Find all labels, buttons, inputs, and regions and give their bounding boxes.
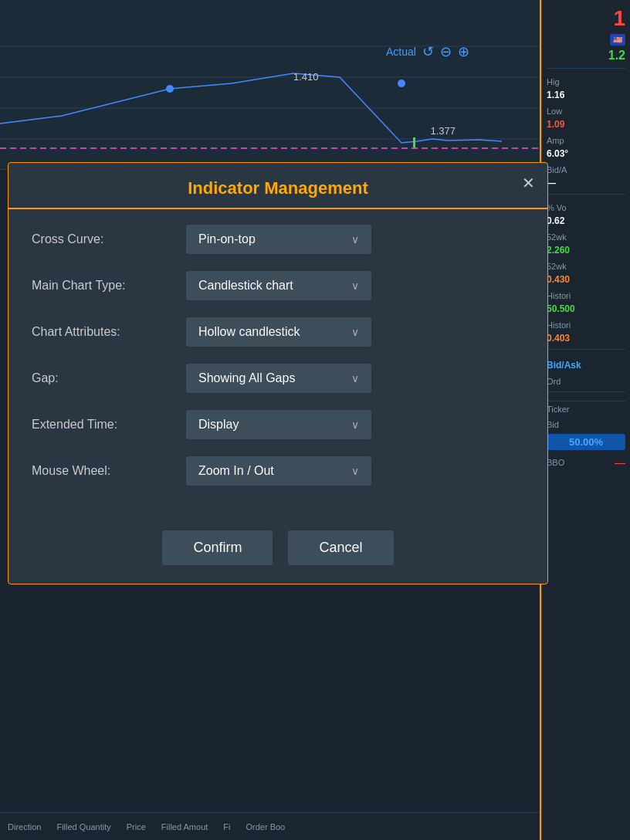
mouse-wheel-value: Zoom In / Out	[198, 464, 342, 478]
mouse-wheel-arrow: ∨	[351, 465, 359, 477]
chart-attributes-row: Chart Attributes: Hollow candlestick ∨	[32, 317, 524, 347]
confirm-button[interactable]: Confirm	[162, 530, 273, 565]
main-chart-type-select[interactable]: Candlestick chart ∨	[186, 271, 371, 300]
extended-time-value: Display	[198, 418, 342, 432]
main-chart-type-value: Candlestick chart	[198, 279, 342, 293]
gap-select[interactable]: Showing All Gaps ∨	[186, 364, 371, 393]
histori1-label: Histori	[547, 291, 625, 300]
bottom-bar-filled-amt: Filled Amout	[161, 822, 208, 832]
bbo-label: BBO	[547, 458, 564, 467]
mouse-wheel-label: Mouse Wheel:	[32, 464, 186, 478]
main-chart-type-row: Main Chart Type: Candlestick chart ∨	[32, 271, 524, 300]
bottom-bar-filled-qty: Filled Quantity	[56, 822, 110, 832]
cross-curve-row: Cross Curve: Pin-on-top ∨	[32, 225, 524, 254]
modal-footer: Confirm Cancel	[8, 518, 547, 584]
bid-ask-label: Bid/A	[547, 165, 625, 174]
divider-1	[547, 68, 625, 69]
bbo-row: BBO —	[547, 456, 625, 469]
right-sidebar: 1 🇺🇸 1.2 Hig 1.16 Low 1.09 Amp 6.03° Bid…	[541, 0, 630, 840]
modal-close-button[interactable]: ✕	[522, 175, 535, 191]
gap-label: Gap:	[32, 371, 186, 385]
divider-3	[547, 349, 625, 350]
gap-row: Gap: Showing All Gaps ∨	[32, 364, 524, 393]
wk52b-label: 52wk	[547, 262, 625, 271]
pct-vol-label: % Vo	[547, 203, 625, 212]
mouse-wheel-select[interactable]: Zoom In / Out ∨	[186, 456, 371, 486]
main-chart-type-label: Main Chart Type:	[32, 279, 186, 293]
extended-time-row: Extended Time: Display ∨	[32, 410, 524, 439]
wk52a-label: 52wk	[547, 232, 625, 242]
hig-label: Hig	[547, 77, 625, 86]
gap-arrow: ∨	[351, 372, 359, 384]
top-actual-row: Actual ↺ ⊖ ⊕	[386, 43, 469, 60]
bottom-bar: Direction Filled Quantity Price Filled A…	[0, 812, 540, 840]
cross-curve-value: Pin-on-top	[198, 232, 342, 246]
low-label: Low	[547, 107, 625, 116]
pct-vol-value: 0.62	[547, 215, 625, 226]
reset-icon[interactable]: ↺	[422, 43, 434, 60]
gap-value: Showing All Gaps	[198, 371, 342, 385]
bid-label: Bid	[547, 420, 625, 429]
divider-2	[547, 194, 625, 195]
histori2-value: 0.403	[547, 333, 625, 344]
ord-label: Ord	[547, 377, 625, 386]
dash-value: —	[547, 178, 625, 188]
cross-curve-arrow: ∨	[351, 233, 359, 246]
extended-time-arrow: ∨	[351, 418, 359, 431]
sidebar-price-top: 1	[547, 6, 625, 31]
svg-point-5	[398, 80, 405, 87]
hig-value: 1.16	[547, 90, 625, 100]
sidebar-price-sub: 1.2	[547, 49, 625, 63]
bottom-bar-price: Price	[127, 822, 146, 832]
cross-curve-select[interactable]: Pin-on-top ∨	[186, 225, 371, 254]
sidebar-flag: 🇺🇸	[610, 34, 625, 46]
minus-icon[interactable]: ⊖	[440, 43, 452, 60]
histori1-value: 50.500	[547, 303, 625, 314]
cancel-button[interactable]: Cancel	[288, 530, 393, 565]
extended-time-label: Extended Time:	[32, 418, 186, 432]
bid-ask2-label: Bid/Ask	[547, 360, 625, 371]
bottom-bar-fi: Fi	[223, 822, 230, 832]
low-value: 1.09	[547, 119, 625, 130]
plus-icon[interactable]: ⊕	[458, 43, 469, 60]
chart-attributes-value: Hollow candlestick	[198, 325, 342, 339]
chart-attributes-label: Chart Attributes:	[32, 325, 186, 339]
bottom-bar-direction: Direction	[8, 822, 41, 832]
actual-label: Actual	[386, 46, 416, 58]
indicator-management-modal: Indicator Management ✕ Cross Curve: Pin-…	[8, 162, 548, 584]
chart-attributes-select[interactable]: Hollow candlestick ∨	[186, 317, 371, 347]
modal-header: Indicator Management ✕	[8, 163, 547, 209]
amp-label: Amp	[547, 136, 625, 145]
bottom-bar-order-boo: Order Boo	[246, 822, 285, 832]
sidebar-actual-row: 🇺🇸	[547, 34, 625, 46]
ticker-label: Ticker	[547, 401, 625, 414]
svg-point-4	[166, 85, 174, 93]
price-label-1410: 1.410	[293, 71, 319, 83]
chart-attributes-arrow: ∨	[351, 326, 359, 338]
amp-value: 6.03°	[547, 148, 625, 159]
cross-curve-label: Cross Curve:	[32, 232, 186, 246]
modal-body: Cross Curve: Pin-on-top ∨ Main Chart Typ…	[8, 209, 547, 518]
wk52a-value: 2.260	[547, 245, 625, 256]
histori2-label: Histori	[547, 320, 625, 330]
modal-title: Indicator Management	[188, 178, 368, 198]
mouse-wheel-row: Mouse Wheel: Zoom In / Out ∨	[32, 456, 524, 486]
percent-badge: 50.00%	[547, 434, 625, 450]
bbo-dash: —	[615, 456, 625, 469]
extended-time-select[interactable]: Display ∨	[186, 410, 371, 439]
divider-4	[547, 391, 625, 392]
wk52b-value: 0.430	[547, 274, 625, 285]
price-label-1377: 1.377	[430, 125, 456, 137]
chart-area: 1.410 1.377	[0, 0, 556, 170]
svg-rect-6	[413, 137, 415, 148]
main-chart-type-arrow: ∨	[351, 279, 359, 292]
